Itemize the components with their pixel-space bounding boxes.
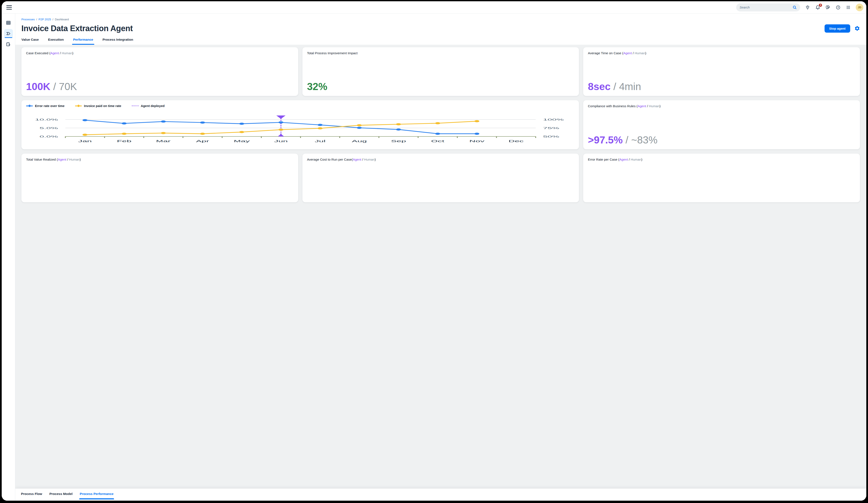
app-window: 3 ? — [2, 1, 330, 191]
svg-text:Apr: Apr — [196, 140, 209, 143]
sidebar-item-grid[interactable] — [4, 18, 13, 27]
card-title: Case Executed (Agent / Human) — [26, 51, 293, 55]
svg-text:Jul: Jul — [315, 140, 326, 143]
svg-text:Mar: Mar — [156, 140, 170, 143]
svg-text:Feb: Feb — [117, 140, 131, 143]
svg-text:10.0%: 10.0% — [35, 118, 58, 121]
breadcrumb-link-p2p-2025[interactable]: P2P 2025 — [39, 18, 51, 21]
kpi-card-average-cost: Average Cost to Run per Case(Agent / Hum… — [302, 154, 330, 191]
breadcrumb-link-processes[interactable]: Processes — [21, 18, 35, 21]
legend-item-agent-deployed: Agent deployed — [132, 104, 165, 108]
page-header: Processes / P2P 2025 / Dashboard Invoice… — [15, 13, 330, 45]
kpi-card-case-executed: Case Executed (Agent / Human) 100K / 70K — [21, 47, 298, 96]
svg-text:May: May — [234, 140, 250, 143]
tab-execution[interactable]: Execution — [48, 38, 64, 45]
sidebar-item-process-active[interactable] — [4, 29, 13, 38]
kpi-value: 32% — [307, 82, 328, 92]
kpi-card-improvement-impact: Total Process Improvement Impact 32% — [302, 47, 330, 96]
legend-marker-blue-line — [26, 104, 33, 107]
tab-performance[interactable]: Performance — [73, 38, 93, 45]
card-title: Average Cost to Run per Case(Agent / Hum… — [307, 158, 330, 161]
top-bar: 3 ? — [2, 1, 330, 13]
kpi-card-total-value-realized: Total Value Realized (Agent / Human) — [21, 154, 298, 191]
line-chart: 10.0%5.0%0.0%100%75%50%JanFebMarAprMayJu… — [26, 115, 330, 148]
main-area: Processes / P2P 2025 / Dashboard Invoice… — [15, 13, 330, 191]
card-title: Total Value Realized (Agent / Human) — [26, 158, 293, 161]
page-tabs: Value Case Execution Performance Process… — [21, 38, 330, 45]
card-title: Total Process Improvement Impact — [307, 51, 330, 55]
svg-text:0.0%: 0.0% — [40, 135, 58, 138]
svg-text:Jun: Jun — [274, 140, 288, 143]
left-sidebar — [2, 13, 15, 191]
legend-item-error-rate: Error rate over time — [26, 104, 64, 108]
legend-marker-purple-dotted — [132, 105, 138, 106]
chart-legend: Error rate over time Invoice paid on tim… — [26, 104, 330, 108]
tab-process-integration[interactable]: Process Integration — [103, 38, 133, 45]
breadcrumb-current: Dashboard — [55, 18, 69, 21]
breadcrumb: Processes / P2P 2025 / Dashboard — [21, 18, 330, 21]
sidebar-item-schedule[interactable] — [4, 40, 13, 49]
menu-icon[interactable] — [6, 5, 12, 10]
legend-marker-yellow-line — [75, 104, 82, 107]
page-title: Invoice Data Extraction Agent — [21, 23, 330, 33]
performance-chart-card: Error rate over time Invoice paid on tim… — [21, 100, 330, 149]
kpi-value: 100K / 70K — [26, 82, 77, 92]
svg-text:5.0%: 5.0% — [40, 126, 58, 130]
tab-value-case[interactable]: Value Case — [21, 38, 39, 45]
legend-item-paid-on-time: Invoice paid on time rate — [75, 104, 121, 108]
svg-text:Jan: Jan — [78, 140, 92, 143]
dashboard-content: Case Executed (Agent / Human) 100K / 70K… — [15, 45, 330, 191]
